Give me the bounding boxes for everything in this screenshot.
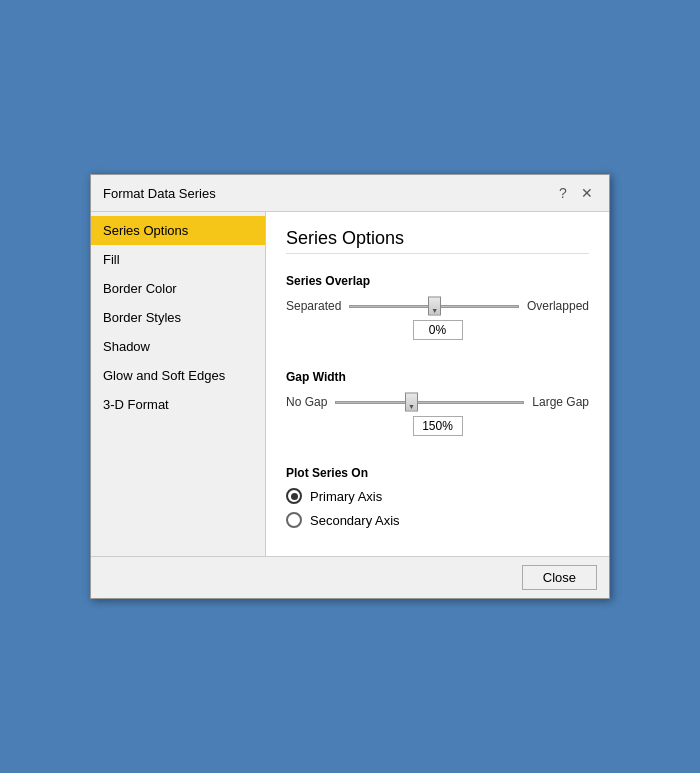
plot-series-group: Plot Series On Primary Axis Secondary Ax… (286, 462, 589, 528)
sidebar: Series Options Fill Border Color Border … (91, 212, 266, 556)
sidebar-item-border-color[interactable]: Border Color (91, 274, 265, 303)
gap-width-right-label: Large Gap (532, 395, 589, 409)
series-overlap-value-row: 0% (286, 320, 589, 340)
close-button[interactable]: Close (522, 565, 597, 590)
format-data-series-dialog: Format Data Series ? ✕ Series Options Fi… (90, 174, 610, 599)
dialog-footer: Close (91, 556, 609, 598)
primary-axis-radio[interactable] (286, 488, 302, 504)
sidebar-item-fill[interactable]: Fill (91, 245, 265, 274)
dialog-content: Series Options Fill Border Color Border … (91, 212, 609, 556)
primary-axis-label: Primary Axis (310, 489, 382, 504)
series-overlap-label: Series Overlap (286, 274, 589, 288)
sidebar-item-shadow[interactable]: Shadow (91, 332, 265, 361)
gap-width-thumb[interactable]: ▼ (405, 393, 418, 412)
secondary-axis-label: Secondary Axis (310, 513, 400, 528)
gap-width-slider[interactable]: ▼ (335, 392, 524, 412)
series-overlap-left-label: Separated (286, 299, 341, 313)
title-bar-left: Format Data Series (103, 186, 216, 201)
close-title-button[interactable]: ✕ (577, 183, 597, 203)
series-overlap-slider[interactable]: ▼ (349, 296, 519, 316)
series-overlap-slider-row: Separated ▼ Overlapped (286, 296, 589, 316)
secondary-axis-option[interactable]: Secondary Axis (286, 512, 589, 528)
dialog-title: Format Data Series (103, 186, 216, 201)
main-content: Series Options Series Overlap Separated … (266, 212, 609, 556)
title-bar-buttons: ? ✕ (553, 183, 597, 203)
series-overlap-group: Series Overlap Separated ▼ Overlapped (286, 270, 589, 354)
main-section-title: Series Options (286, 228, 589, 254)
sidebar-item-glow-soft-edges[interactable]: Glow and Soft Edges (91, 361, 265, 390)
gap-width-value[interactable]: 150% (413, 416, 463, 436)
gap-width-left-label: No Gap (286, 395, 327, 409)
sidebar-item-3d-format[interactable]: 3-D Format (91, 390, 265, 419)
gap-thumb-arrow-icon: ▼ (408, 403, 415, 410)
secondary-axis-radio[interactable] (286, 512, 302, 528)
radio-group: Primary Axis Secondary Axis (286, 488, 589, 528)
gap-width-value-row: 150% (286, 416, 589, 436)
gap-width-track (335, 401, 524, 404)
help-button[interactable]: ? (553, 183, 573, 203)
series-overlap-right-label: Overlapped (527, 299, 589, 313)
title-bar: Format Data Series ? ✕ (91, 175, 609, 212)
series-overlap-value[interactable]: 0% (413, 320, 463, 340)
primary-axis-option[interactable]: Primary Axis (286, 488, 589, 504)
sidebar-item-series-options[interactable]: Series Options (91, 216, 265, 245)
plot-series-label: Plot Series On (286, 466, 589, 480)
sidebar-item-border-styles[interactable]: Border Styles (91, 303, 265, 332)
gap-width-slider-row: No Gap ▼ Large Gap (286, 392, 589, 412)
series-overlap-thumb[interactable]: ▼ (428, 297, 441, 316)
gap-width-label: Gap Width (286, 370, 589, 384)
thumb-arrow-icon: ▼ (431, 307, 438, 314)
gap-width-group: Gap Width No Gap ▼ Large Gap 150% (286, 366, 589, 450)
